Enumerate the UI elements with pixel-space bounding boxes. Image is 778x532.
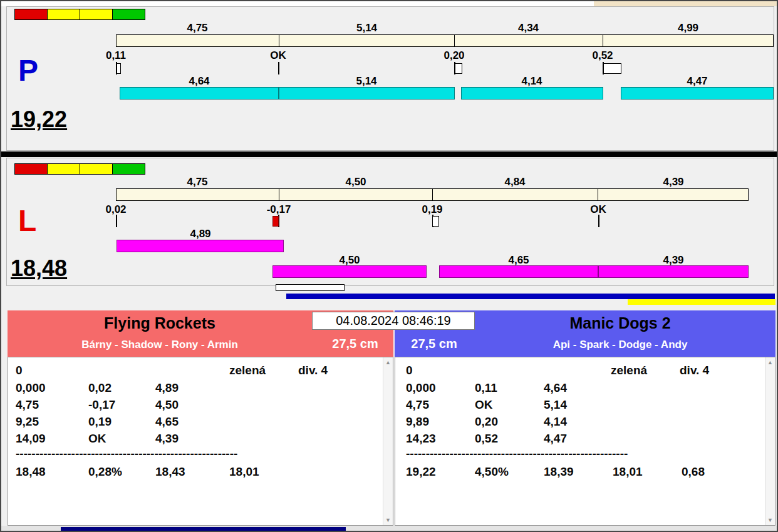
results-cell: 0,19 bbox=[88, 415, 112, 429]
dog-time-label: 4,39 bbox=[642, 254, 705, 265]
results-cell: 4,89 bbox=[155, 381, 179, 395]
results-cell: 4,39 bbox=[155, 432, 179, 446]
team-left-jump-height: 27,5 cm bbox=[319, 337, 391, 351]
results-summary-cell: 0,68 bbox=[682, 465, 705, 479]
crossing-time-label: 0,52 bbox=[578, 49, 628, 61]
status-light bbox=[47, 9, 80, 20]
lane-l-total-time: 18,48 bbox=[11, 256, 67, 281]
status-light bbox=[14, 163, 48, 175]
dog-run-bar bbox=[272, 265, 427, 278]
results-cell: 4,50 bbox=[155, 398, 179, 412]
lane-p-panel: 4,75 5,14 4,34 4,99 0,11 OK 0,20 0,52 4,… bbox=[6, 6, 774, 151]
scroll-up-icon[interactable]: ▲ bbox=[383, 357, 393, 367]
results-cell: 4,47 bbox=[544, 432, 567, 446]
results-cell: div. 4 bbox=[298, 364, 328, 377]
status-light bbox=[47, 163, 80, 175]
team-right-jump-height: 27,5 cm bbox=[400, 337, 469, 351]
status-light bbox=[14, 9, 48, 20]
status-light bbox=[112, 163, 145, 175]
race-progress-bar-blue bbox=[286, 294, 775, 299]
split-time-label: 4,99 bbox=[603, 22, 774, 33]
split-time-label: 4,84 bbox=[432, 176, 598, 187]
results-cell: -0,17 bbox=[88, 398, 115, 412]
lane-l-panel: 4,75 4,50 4,84 4,39 0,02 -0,17 0,19 OK 4… bbox=[6, 158, 774, 286]
split-bar-segment bbox=[117, 35, 279, 46]
lane-p-status-lights bbox=[14, 9, 145, 20]
results-cell: 14,23 bbox=[406, 432, 436, 446]
bottom-navy-bar bbox=[61, 527, 346, 532]
results-cell: 0,52 bbox=[475, 432, 498, 446]
results-divider: ----------------------------------------… bbox=[406, 447, 628, 461]
crossing-time-label: 0,19 bbox=[407, 203, 457, 215]
results-summary-cell: 4,50% bbox=[475, 465, 509, 479]
lane-divider bbox=[1, 151, 778, 157]
team-right-lineup: Api - Spark - Dodge - Andy bbox=[465, 339, 775, 351]
crossing-gap-box bbox=[455, 63, 462, 74]
crossing-time-label: 0,11 bbox=[91, 49, 141, 61]
crossing-tick bbox=[278, 62, 279, 74]
split-time-label: 5,14 bbox=[279, 22, 455, 33]
results-cell: 4,65 bbox=[155, 415, 179, 429]
results-cell: div. 4 bbox=[680, 364, 709, 377]
scroll-up-icon[interactable]: ▲ bbox=[765, 357, 775, 367]
app-window: 4,75 5,14 4,34 4,99 0,11 OK 0,20 0,52 4,… bbox=[0, 0, 778, 532]
results-cell: 0,000 bbox=[16, 381, 46, 395]
results-summary-cell: 18,01 bbox=[229, 465, 259, 479]
crossing-gap-box bbox=[117, 63, 121, 74]
results-cell: 5,14 bbox=[544, 398, 567, 412]
dog-run-bar bbox=[279, 87, 455, 100]
scroll-down-icon[interactable]: ▼ bbox=[383, 515, 393, 525]
split-bar-segment bbox=[603, 35, 773, 46]
results-cell: 9,25 bbox=[16, 415, 39, 429]
dog-time-label: 4,65 bbox=[487, 254, 550, 265]
results-summary-cell: 18,01 bbox=[613, 465, 643, 479]
status-light bbox=[80, 9, 113, 20]
dog-run-bar bbox=[621, 87, 774, 100]
scrollbar[interactable]: ▲ ▼ bbox=[765, 357, 775, 525]
results-cell: 9,89 bbox=[406, 415, 429, 429]
dog-run-bar bbox=[120, 87, 279, 100]
results-panel-left[interactable]: 0 zelená div. 4 0,000 0,02 4,89 4,75 -0,… bbox=[8, 357, 393, 526]
bottom-status-bar bbox=[1, 526, 778, 532]
results-cell: 4,75 bbox=[16, 398, 39, 412]
dog-run-bar bbox=[117, 240, 284, 252]
team-right-name: Manic Dogs 2 bbox=[465, 314, 775, 332]
scroll-down-icon[interactable]: ▼ bbox=[765, 515, 775, 525]
results-summary-cell: 18,43 bbox=[155, 465, 185, 479]
results-cell: 0,000 bbox=[406, 381, 436, 395]
crossing-time-label: OK bbox=[253, 49, 303, 61]
dog-time-label: 4,50 bbox=[318, 254, 381, 265]
results-cell: zelená bbox=[229, 364, 266, 377]
dog-run-bar bbox=[598, 265, 749, 278]
team-left-lineup: Bárny - Shadow - Rony - Armin bbox=[8, 339, 312, 351]
results-cell: 14,09 bbox=[16, 432, 46, 446]
dog-run-bar bbox=[439, 265, 598, 278]
results-cell: 4,75 bbox=[406, 398, 429, 412]
scrollbar[interactable]: ▲ ▼ bbox=[383, 357, 393, 525]
lane-p-total-time: 19,22 bbox=[11, 107, 67, 132]
results-summary-cell: 18,39 bbox=[544, 465, 574, 479]
results-summary-cell: 19,22 bbox=[406, 465, 436, 479]
results-cell: 0 bbox=[16, 364, 23, 377]
race-progress-bar-yellow bbox=[628, 299, 775, 305]
results-cell: OK bbox=[475, 398, 493, 412]
crossing-gap-box bbox=[432, 216, 439, 227]
lane-l-status-lights bbox=[14, 163, 145, 175]
split-bar-segment bbox=[433, 189, 598, 200]
results-panel-right[interactable]: 0 zelená div. 4 0,000 0,11 4,64 4,75 OK … bbox=[395, 357, 775, 526]
results-cell: 0,11 bbox=[475, 381, 497, 395]
dog-time-label: 4,64 bbox=[168, 75, 231, 86]
results-cell: 0,20 bbox=[475, 415, 498, 429]
crossing-time-label: 0,20 bbox=[429, 49, 479, 61]
crossing-time-label: OK bbox=[573, 203, 623, 215]
results-cell: 0 bbox=[406, 364, 413, 377]
split-time-label: 4,75 bbox=[116, 22, 279, 33]
team-left-name: Flying Rockets bbox=[8, 314, 312, 332]
lane-p-letter: P bbox=[18, 56, 38, 86]
results-summary-cell: 0,28% bbox=[88, 465, 122, 479]
split-time-label: 4,34 bbox=[454, 22, 603, 33]
split-time-label: 4,75 bbox=[116, 176, 279, 187]
crossing-gap-box bbox=[603, 63, 621, 74]
crossing-tick bbox=[598, 215, 599, 227]
dog-time-label: 4,47 bbox=[666, 75, 729, 86]
